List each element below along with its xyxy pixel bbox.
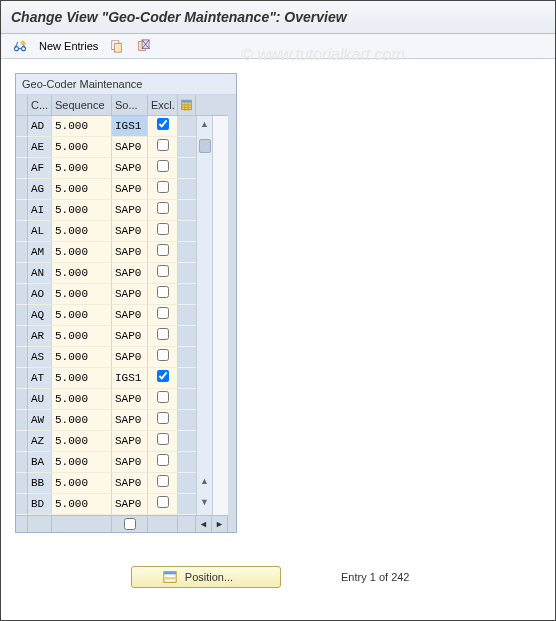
cell-sequence[interactable]: 5.000 xyxy=(52,347,112,368)
footer-checkbox[interactable] xyxy=(124,518,136,530)
excl-checkbox[interactable] xyxy=(157,349,169,361)
excl-checkbox[interactable] xyxy=(157,412,169,424)
vscroll-track[interactable] xyxy=(196,242,212,263)
hscroll-right[interactable]: ► xyxy=(212,515,228,532)
cell-source[interactable]: SAP0 xyxy=(112,389,148,410)
cell-sequence[interactable]: 5.000 xyxy=(52,305,112,326)
cell-country[interactable]: AU xyxy=(28,389,52,410)
cell-country[interactable]: AF xyxy=(28,158,52,179)
vscroll-track[interactable] xyxy=(196,410,212,431)
cell-source[interactable]: IGS1 xyxy=(112,368,148,389)
row-selector[interactable] xyxy=(16,326,28,347)
cell-source[interactable]: SAP0 xyxy=(112,200,148,221)
cell-sequence[interactable]: 5.000 xyxy=(52,368,112,389)
cell-source[interactable]: SAP0 xyxy=(112,242,148,263)
col-header-sequence[interactable]: Sequence xyxy=(52,95,112,116)
cell-sequence[interactable]: 5.000 xyxy=(52,263,112,284)
cell-sequence[interactable]: 5.000 xyxy=(52,179,112,200)
cell-country[interactable]: AG xyxy=(28,179,52,200)
cell-country[interactable]: AT xyxy=(28,368,52,389)
vscroll-track[interactable] xyxy=(196,179,212,200)
cell-source[interactable]: SAP0 xyxy=(112,137,148,158)
vscroll-track[interactable] xyxy=(196,263,212,284)
cell-sequence[interactable]: 5.000 xyxy=(52,158,112,179)
excl-checkbox[interactable] xyxy=(157,265,169,277)
excl-checkbox[interactable] xyxy=(157,244,169,256)
cell-sequence[interactable]: 5.000 xyxy=(52,137,112,158)
col-header-excl[interactable]: Excl. xyxy=(148,95,178,116)
row-selector[interactable] xyxy=(16,452,28,473)
vscroll-track[interactable] xyxy=(196,326,212,347)
vscroll-up[interactable]: ▲ xyxy=(198,118,212,130)
cell-source[interactable]: SAP0 xyxy=(112,326,148,347)
cell-source[interactable]: SAP0 xyxy=(112,284,148,305)
vscroll-track[interactable] xyxy=(196,137,212,158)
row-selector[interactable] xyxy=(16,473,28,494)
vscroll-track[interactable] xyxy=(196,452,212,473)
cell-sequence[interactable]: 5.000 xyxy=(52,326,112,347)
row-selector[interactable] xyxy=(16,179,28,200)
cell-source[interactable]: SAP0 xyxy=(112,221,148,242)
cell-country[interactable]: AM xyxy=(28,242,52,263)
vscroll-track[interactable] xyxy=(196,347,212,368)
vscroll-track[interactable] xyxy=(196,431,212,452)
col-header-source[interactable]: So... xyxy=(112,95,148,116)
excl-checkbox[interactable] xyxy=(157,475,169,487)
excl-checkbox[interactable] xyxy=(157,118,169,130)
row-selector[interactable] xyxy=(16,284,28,305)
new-entries-button[interactable]: New Entries xyxy=(35,38,102,54)
row-selector[interactable] xyxy=(16,431,28,452)
excl-checkbox[interactable] xyxy=(157,181,169,193)
cell-country[interactable]: AE xyxy=(28,137,52,158)
delete-button[interactable] xyxy=(132,37,154,55)
vscroll-track[interactable]: ▲ xyxy=(196,473,212,494)
cell-source[interactable]: SAP0 xyxy=(112,431,148,452)
row-selector[interactable] xyxy=(16,221,28,242)
cell-sequence[interactable]: 5.000 xyxy=(52,242,112,263)
excl-checkbox[interactable] xyxy=(157,160,169,172)
row-selector[interactable] xyxy=(16,137,28,158)
excl-checkbox[interactable] xyxy=(157,391,169,403)
vscroll-track[interactable]: ▼ xyxy=(196,494,212,515)
row-selector[interactable] xyxy=(16,389,28,410)
cell-source[interactable]: SAP0 xyxy=(112,452,148,473)
other-view-button[interactable] xyxy=(9,37,31,55)
vscroll-track[interactable] xyxy=(196,305,212,326)
cell-country[interactable]: AO xyxy=(28,284,52,305)
excl-checkbox[interactable] xyxy=(157,496,169,508)
excl-checkbox[interactable] xyxy=(157,202,169,214)
col-header-config[interactable] xyxy=(178,95,196,116)
cell-country[interactable]: AD xyxy=(28,116,52,137)
cell-sequence[interactable]: 5.000 xyxy=(52,410,112,431)
vscroll-track[interactable] xyxy=(196,368,212,389)
hscroll-left[interactable]: ◄ xyxy=(196,515,212,532)
excl-checkbox[interactable] xyxy=(157,454,169,466)
vscroll-page-up[interactable]: ▲ xyxy=(198,475,212,487)
cell-source[interactable]: SAP0 xyxy=(112,263,148,284)
cell-sequence[interactable]: 5.000 xyxy=(52,389,112,410)
cell-country[interactable]: AQ xyxy=(28,305,52,326)
cell-country[interactable]: AW xyxy=(28,410,52,431)
vscroll-down[interactable]: ▼ xyxy=(198,496,212,508)
cell-source[interactable]: SAP0 xyxy=(112,158,148,179)
copy-as-button[interactable] xyxy=(106,37,128,55)
cell-source[interactable]: SAP0 xyxy=(112,410,148,431)
excl-checkbox[interactable] xyxy=(157,223,169,235)
cell-country[interactable]: BD xyxy=(28,494,52,515)
excl-checkbox[interactable] xyxy=(157,307,169,319)
vscroll-track[interactable] xyxy=(196,200,212,221)
row-selector[interactable] xyxy=(16,494,28,515)
cell-country[interactable]: AI xyxy=(28,200,52,221)
cell-country[interactable]: AR xyxy=(28,326,52,347)
cell-sequence[interactable]: 5.000 xyxy=(52,431,112,452)
row-selector[interactable] xyxy=(16,305,28,326)
cell-country[interactable]: BB xyxy=(28,473,52,494)
cell-sequence[interactable]: 5.000 xyxy=(52,284,112,305)
row-selector[interactable] xyxy=(16,368,28,389)
excl-checkbox[interactable] xyxy=(157,139,169,151)
row-selector[interactable] xyxy=(16,242,28,263)
row-selector[interactable] xyxy=(16,200,28,221)
cell-source[interactable]: IGS1 xyxy=(112,116,148,137)
col-header-country[interactable]: C... xyxy=(28,95,52,116)
row-selector[interactable] xyxy=(16,347,28,368)
